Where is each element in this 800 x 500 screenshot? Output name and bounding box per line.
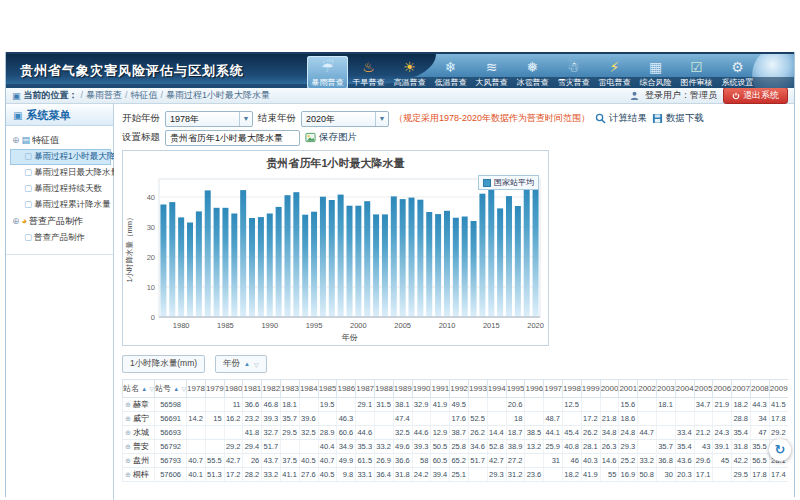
- sidebar-item[interactable]: ▢暴雨过程1小时最大降水量: [10, 149, 111, 165]
- sort-desc-icon[interactable]: ▽: [181, 386, 186, 392]
- col-header-year[interactable]: 1996: [525, 380, 544, 398]
- calculate-button[interactable]: 计算结果: [595, 112, 647, 125]
- col-header-year[interactable]: 1992: [450, 380, 469, 398]
- nav-item-lightning-census[interactable]: ⚡雷电普查: [594, 56, 635, 88]
- value-cell: 50.8: [638, 468, 657, 482]
- col-header-year[interactable]: 2000: [600, 380, 619, 398]
- expand-icon[interactable]: ⊕: [12, 135, 20, 145]
- col-header-year[interactable]: 2001: [619, 380, 638, 398]
- col-header-year[interactable]: 2005: [694, 380, 713, 398]
- end-year-select[interactable]: 2020年 ▼: [301, 111, 389, 127]
- sidebar-item[interactable]: ▢暴雨过程累计降水量: [10, 197, 111, 213]
- col-header-year[interactable]: 1999: [581, 380, 600, 398]
- logout-button[interactable]: 退出系统: [723, 87, 788, 104]
- value-cell: 15.6: [619, 398, 638, 412]
- sort-desc-icon[interactable]: ▽: [254, 361, 259, 368]
- sidebar-group-0[interactable]: ⊕▤特征值: [10, 132, 111, 149]
- value-cell: [638, 412, 657, 426]
- col-header-year[interactable]: 2002: [638, 380, 657, 398]
- value-cell: 46: [563, 454, 582, 468]
- col-header-id[interactable]: 站号 ▲ ▽: [155, 380, 187, 398]
- col-header-year[interactable]: 1979: [205, 380, 224, 398]
- expand-icon[interactable]: ⊕: [12, 216, 20, 226]
- sort-asc-icon[interactable]: ▲: [173, 386, 179, 392]
- col-header-year[interactable]: 1994: [487, 380, 506, 398]
- nav-item-system-settings[interactable]: ⚙系统设置: [717, 56, 758, 88]
- col-header-year[interactable]: 2008: [751, 380, 770, 398]
- breadcrumb: /暴雨普查/特征值/暴雨过程1小时最大降水量: [78, 89, 271, 102]
- col-header-year[interactable]: 2009: [769, 380, 788, 398]
- breadcrumb-link[interactable]: 特征值: [131, 90, 158, 100]
- expand-row-icon[interactable]: ⊕: [125, 415, 131, 422]
- value-cell: 50.5: [431, 440, 450, 454]
- value-cell: [544, 398, 563, 412]
- col-header-year[interactable]: 1986: [337, 380, 356, 398]
- expand-row-icon[interactable]: ⊕: [125, 443, 131, 450]
- col-header-year[interactable]: 2007: [732, 380, 751, 398]
- year-field-chip[interactable]: 年份 ▲ ▽: [215, 355, 267, 373]
- col-header-name[interactable]: 站名 ▲ ▽: [123, 380, 155, 398]
- save-image-button[interactable]: 保存图片: [305, 131, 357, 144]
- col-header-year[interactable]: 1988: [375, 380, 394, 398]
- start-year-select[interactable]: 1978年 ▼: [165, 111, 253, 127]
- nav-item-snow-census[interactable]: ☃雪灾普查: [553, 56, 594, 88]
- value-cell: 33.1: [356, 468, 375, 482]
- col-header-year[interactable]: 2004: [675, 380, 694, 398]
- col-header-year[interactable]: 1990: [412, 380, 431, 398]
- sort-desc-icon[interactable]: ▽: [149, 386, 154, 392]
- col-header-year[interactable]: 1995: [506, 380, 525, 398]
- sidebar-item-label: 暴雨过程累计降水量: [34, 199, 111, 209]
- col-header-year[interactable]: 1978: [187, 380, 206, 398]
- sidebar-group-1[interactable]: ⊕◕普查产品制作: [10, 213, 111, 230]
- data-download-button[interactable]: 数据下载: [652, 112, 704, 125]
- nav-item-label: 干旱普查: [348, 77, 389, 88]
- col-header-year[interactable]: 1982: [262, 380, 281, 398]
- sort-asc-icon[interactable]: ▲: [141, 386, 147, 392]
- value-field-chip[interactable]: 1小时降水量(mm): [122, 355, 205, 373]
- sidebar-item[interactable]: ▢暴雨过程日最大降水量: [10, 165, 111, 181]
- nav-item-drought-census[interactable]: ♨干旱普查: [348, 56, 389, 88]
- svg-text:0: 0: [151, 313, 155, 322]
- col-header-year[interactable]: 1993: [469, 380, 488, 398]
- col-header-year[interactable]: 1991: [431, 380, 450, 398]
- expand-row-icon[interactable]: ⊕: [125, 429, 131, 436]
- value-cell: 11: [224, 398, 243, 412]
- col-header-year[interactable]: 1997: [544, 380, 563, 398]
- sidebar-item[interactable]: ▢暴雨过程持续天数: [10, 181, 111, 197]
- col-header-year[interactable]: 1983: [281, 380, 300, 398]
- nav-item-wind-census[interactable]: ≋大风普查: [471, 56, 512, 88]
- col-header-year[interactable]: 1981: [243, 380, 262, 398]
- value-cell: 31.5: [375, 398, 394, 412]
- refresh-button[interactable]: ↻: [769, 439, 791, 461]
- breadcrumb-link[interactable]: 暴雨普查: [86, 90, 122, 100]
- col-header-year[interactable]: 1985: [318, 380, 337, 398]
- sidebar-item[interactable]: ▢普查产品制作: [10, 230, 111, 246]
- value-cell: 39.3: [412, 440, 431, 454]
- expand-row-icon[interactable]: ⊕: [125, 471, 131, 478]
- col-header-year[interactable]: 2006: [713, 380, 732, 398]
- nav-item-low-temp-census[interactable]: ❄低温普查: [430, 56, 471, 88]
- table-row: ⊕盘州5679340.755.542.72643.737.540.540.749…: [123, 454, 789, 468]
- col-header-year[interactable]: 1998: [563, 380, 582, 398]
- nav-item-rainstorm-census[interactable]: ☔暴雨普查: [307, 56, 348, 88]
- sort-asc-icon[interactable]: ▲: [244, 361, 250, 367]
- nav-item-high-temp-census[interactable]: ☀高温普查: [389, 56, 430, 88]
- station-id-cell: 57606: [155, 468, 187, 482]
- expand-row-icon[interactable]: ⊕: [125, 457, 131, 464]
- table-row: ⊕桐梓5760640.151.317.228.233.241.127.640.5…: [123, 468, 789, 482]
- value-cell: 21.8: [600, 412, 619, 426]
- breadcrumb-link[interactable]: 暴雨过程1小时最大降水量: [166, 90, 270, 100]
- col-header-year[interactable]: 2003: [657, 380, 676, 398]
- col-header-year[interactable]: 1984: [299, 380, 318, 398]
- station-name-cell: ⊕赫章: [123, 398, 155, 412]
- chart-title-input[interactable]: 贵州省历年1小时最大降水量: [165, 130, 300, 146]
- col-header-year[interactable]: 1989: [393, 380, 412, 398]
- col-header-year[interactable]: 1980: [224, 380, 243, 398]
- nav-item-overall-risk[interactable]: ▦综合风险: [635, 56, 676, 88]
- nav-item-map-review[interactable]: ☑图件审核: [676, 56, 717, 88]
- value-cell: 21.9: [713, 398, 732, 412]
- col-header-year[interactable]: 1987: [356, 380, 375, 398]
- nav-item-label: 雪灾普查: [553, 77, 594, 88]
- nav-item-hail-census[interactable]: ❅冰雹普查: [512, 56, 553, 88]
- expand-row-icon[interactable]: ⊕: [125, 401, 131, 408]
